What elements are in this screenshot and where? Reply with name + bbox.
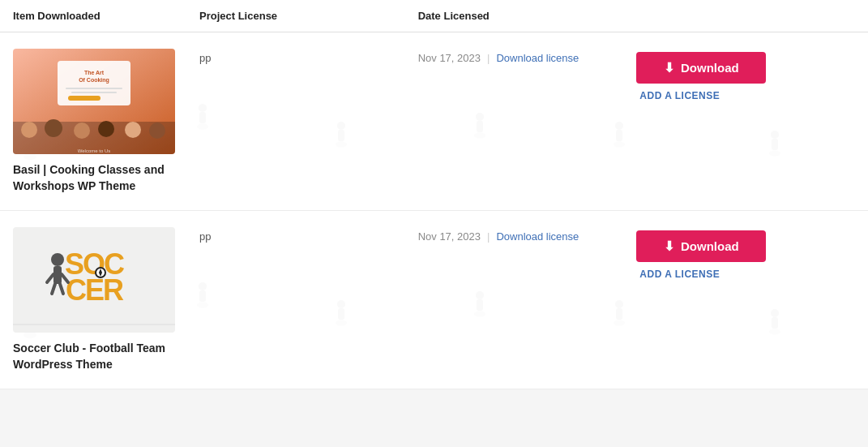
- item-cell: The Art Of Cooking Welcome to Us: [13, 49, 199, 194]
- svg-point-6: [337, 122, 345, 130]
- svg-rect-7: [338, 130, 344, 141]
- col-header-date: Date Licensed: [418, 10, 637, 22]
- svg-point-17: [769, 150, 780, 156]
- svg-rect-46: [616, 308, 622, 320]
- svg-text:Of Cooking: Of Cooking: [79, 77, 109, 84]
- svg-rect-43: [477, 299, 483, 311]
- watermark-icon: [330, 122, 353, 151]
- svg-rect-49: [772, 317, 778, 329]
- downloads-table: Item Downloaded Project License Date Lic…: [0, 0, 868, 389]
- svg-point-28: [74, 122, 90, 139]
- date-cell-1: Nov 17, 2023 | Download license: [418, 49, 637, 64]
- svg-rect-37: [199, 290, 206, 302]
- svg-rect-4: [199, 112, 206, 123]
- item-thumbnail-2: SOC CER: [13, 227, 175, 333]
- date-line-2: Nov 17, 2023 | Download license: [418, 230, 637, 243]
- svg-point-27: [45, 119, 62, 137]
- download-icon-1: ⬇: [664, 60, 674, 75]
- download-license-link-1[interactable]: Download license: [496, 52, 579, 64]
- svg-point-36: [199, 282, 207, 290]
- svg-point-42: [476, 291, 484, 299]
- col-header-license: Project License: [199, 10, 418, 22]
- download-button-1[interactable]: ⬇ Download: [636, 52, 766, 84]
- svg-rect-10: [477, 121, 483, 132]
- svg-point-45: [615, 300, 623, 308]
- svg-point-39: [337, 300, 345, 308]
- svg-point-50: [769, 329, 780, 334]
- separator-2: |: [487, 230, 490, 243]
- svg-rect-40: [338, 308, 344, 320]
- svg-text:Welcome to Us: Welcome to Us: [78, 148, 111, 153]
- item-title-1: Basil | Cooking Classes and Workshops WP…: [13, 162, 199, 194]
- svg-point-41: [336, 320, 347, 325]
- svg-text:CER: CER: [66, 273, 124, 307]
- add-license-link-1[interactable]: ADD A LICENSE: [636, 90, 720, 101]
- date-text-1: Nov 17, 2023: [418, 52, 481, 64]
- svg-point-26: [21, 122, 37, 138]
- svg-point-44: [474, 311, 485, 316]
- svg-point-48: [771, 309, 779, 317]
- svg-point-11: [474, 132, 485, 138]
- download-label-1: Download: [681, 61, 739, 75]
- license-cell-2: pp: [199, 227, 418, 243]
- license-value-2: pp: [199, 230, 211, 243]
- svg-point-3: [199, 104, 207, 112]
- date-line-1: Nov 17, 2023 | Download license: [418, 52, 637, 64]
- watermark-icon: [763, 131, 786, 160]
- date-text-2: Nov 17, 2023: [418, 230, 481, 243]
- svg-rect-24: [68, 96, 100, 101]
- watermark-icon: [330, 300, 353, 329]
- table-row: SOC CER Soccer Club - Foo: [0, 211, 868, 389]
- download-button-2[interactable]: ⬇ Download: [636, 230, 766, 262]
- table-row: The Art Of Cooking Welcome to Us: [0, 32, 868, 211]
- svg-point-14: [614, 141, 625, 147]
- watermark-icon: [763, 309, 786, 338]
- watermark-icon: [468, 291, 491, 320]
- svg-point-15: [771, 131, 779, 139]
- item-cell-2: SOC CER Soccer Club - Foo: [13, 227, 199, 372]
- separator-1: |: [487, 52, 490, 64]
- svg-point-8: [336, 141, 347, 147]
- watermark-icon: [608, 122, 631, 151]
- svg-rect-23: [71, 92, 117, 93]
- svg-point-47: [614, 320, 625, 325]
- download-license-link-2[interactable]: Download license: [496, 230, 579, 243]
- svg-rect-13: [616, 130, 622, 141]
- svg-point-31: [149, 122, 165, 139]
- item-title-2: Soccer Club - Football Team WordPress Th…: [13, 341, 199, 372]
- svg-text:The Art: The Art: [84, 70, 105, 75]
- watermark-icon: [468, 113, 491, 142]
- action-cell-2: ⬇ Download ADD A LICENSE: [636, 227, 855, 280]
- action-cell-1: ⬇ Download ADD A LICENSE: [636, 49, 855, 101]
- download-label-2: Download: [681, 239, 739, 253]
- col-header-action: [636, 10, 855, 22]
- svg-rect-22: [66, 88, 122, 89]
- license-cell-1: pp: [199, 49, 418, 64]
- svg-point-57: [51, 253, 64, 266]
- svg-point-9: [476, 113, 484, 121]
- col-header-item: Item Downloaded: [13, 10, 199, 22]
- add-license-link-2[interactable]: ADD A LICENSE: [636, 269, 720, 280]
- svg-point-30: [125, 122, 141, 138]
- license-value-1: pp: [199, 52, 211, 64]
- svg-rect-16: [772, 139, 778, 150]
- date-cell-2: Nov 17, 2023 | Download license: [418, 227, 637, 243]
- item-thumbnail: The Art Of Cooking Welcome to Us: [13, 49, 175, 154]
- svg-point-12: [615, 122, 623, 130]
- svg-point-29: [98, 121, 114, 137]
- table-header: Item Downloaded Project License Date Lic…: [0, 0, 868, 32]
- watermark-icon: [608, 300, 631, 329]
- download-icon-2: ⬇: [664, 239, 674, 254]
